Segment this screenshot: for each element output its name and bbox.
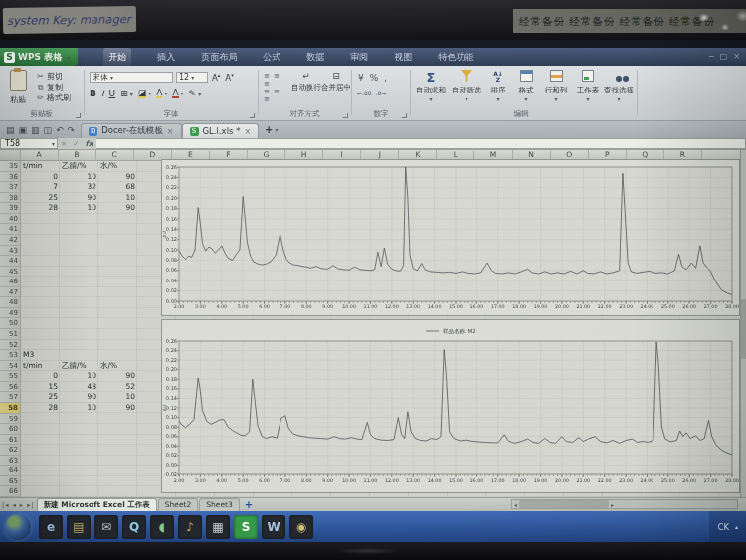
- minimize-button[interactable]: ─: [709, 48, 714, 66]
- highlight-color-button[interactable]: A▾: [156, 88, 167, 98]
- cell-A66[interactable]: [21, 486, 60, 497]
- cell-B54[interactable]: 乙腈/%: [60, 361, 98, 372]
- print-icon[interactable]: ▥: [31, 125, 40, 135]
- column-header-A[interactable]: A: [21, 150, 59, 160]
- row-header-48[interactable]: 48: [0, 297, 21, 308]
- cell-C64[interactable]: [98, 466, 137, 476]
- wrap-text-button[interactable]: ↵自动换行: [289, 71, 323, 93]
- cell-B52[interactable]: [60, 340, 98, 351]
- vertical-scrollbar-thumb[interactable]: [741, 299, 746, 359]
- media-player-icon[interactable]: ♪: [178, 515, 202, 539]
- cell-B50[interactable]: [60, 318, 98, 329]
- cell-A61[interactable]: [21, 435, 60, 446]
- cell-A57[interactable]: 25: [21, 392, 60, 403]
- cell-A50[interactable]: [21, 318, 60, 329]
- tray-chevron-icon[interactable]: ▴: [735, 523, 738, 530]
- cell-B45[interactable]: [60, 267, 98, 278]
- cell-C41[interactable]: [98, 224, 137, 235]
- font-size-select[interactable]: 12▾: [176, 72, 208, 83]
- row-header-63[interactable]: 63: [0, 456, 21, 467]
- increase-decimal-button[interactable]: .0→: [376, 90, 387, 96]
- alignment-dialog-launcher[interactable]: [343, 113, 348, 118]
- tab-list-chevron-icon[interactable]: ▾: [276, 126, 279, 133]
- system-tray[interactable]: CK ▴: [709, 511, 746, 542]
- row-header-42[interactable]: 42: [0, 235, 21, 246]
- cancel-entry-icon[interactable]: ×: [58, 138, 70, 149]
- row-header-45[interactable]: 45: [0, 267, 21, 278]
- row-header-50[interactable]: 50: [0, 318, 21, 329]
- cell-C47[interactable]: [98, 287, 137, 298]
- paste-button[interactable]: 粘贴: [4, 70, 32, 109]
- cell-A39[interactable]: 28: [21, 203, 60, 214]
- cell-C37[interactable]: 68: [98, 182, 137, 193]
- cell-C65[interactable]: [98, 476, 137, 487]
- cell-B41[interactable]: [60, 224, 98, 235]
- image-viewer-icon[interactable]: ◉: [289, 515, 313, 539]
- format-button[interactable]: 格式▾: [513, 70, 539, 102]
- rows-columns-button[interactable]: 行和列▾: [541, 70, 571, 102]
- text-tools-button[interactable]: ✎▾: [189, 89, 202, 98]
- cell-B47[interactable]: [60, 287, 98, 298]
- cell-C66[interactable]: [98, 486, 137, 497]
- row-header-35[interactable]: 35: [0, 161, 21, 172]
- cell-A44[interactable]: [21, 256, 60, 267]
- cell-A47[interactable]: [21, 287, 60, 298]
- cell-A37[interactable]: 7: [21, 182, 60, 193]
- qq-icon[interactable]: Q: [122, 515, 146, 539]
- cell-C44[interactable]: [98, 256, 137, 267]
- cell-C38[interactable]: 10: [98, 193, 137, 204]
- cell-C49[interactable]: [98, 308, 137, 319]
- row-header-47[interactable]: 47: [0, 287, 21, 298]
- cell-C43[interactable]: [98, 246, 137, 257]
- bold-button[interactable]: B: [90, 89, 96, 98]
- sheet-tab-1[interactable]: 新建 Microsoft Excel 工作表: [37, 498, 157, 511]
- cell-A35[interactable]: t/min: [21, 161, 60, 172]
- row-header-62[interactable]: 62: [0, 445, 21, 456]
- cell-A38[interactable]: 25: [21, 193, 60, 204]
- cell-A59[interactable]: [21, 414, 60, 425]
- shrink-font-button[interactable]: A▾: [225, 72, 233, 83]
- cell-B60[interactable]: [60, 424, 98, 435]
- open-icon[interactable]: ▤: [6, 125, 15, 135]
- add-sheet-button[interactable]: +: [241, 499, 257, 510]
- scroll-right-icon[interactable]: ▸: [609, 501, 616, 508]
- column-header-B[interactable]: B: [59, 150, 96, 160]
- mail-icon[interactable]: ✉: [94, 515, 118, 539]
- cell-B49[interactable]: [60, 308, 98, 319]
- document-tab-2[interactable]: SGL.l.xls *×: [182, 123, 260, 139]
- row-header-44[interactable]: 44: [0, 256, 21, 267]
- fill-color-button[interactable]: ◪▾: [138, 88, 152, 98]
- sheet-tab-2[interactable]: Sheet2: [158, 498, 198, 511]
- cell-B55[interactable]: 10: [60, 371, 98, 382]
- cell-C46[interactable]: [98, 277, 137, 287]
- menu-tab-1[interactable]: 开始: [103, 48, 131, 66]
- cell-B63[interactable]: [60, 456, 98, 467]
- save-icon[interactable]: ▣: [19, 125, 28, 135]
- column-header-C[interactable]: C: [96, 150, 134, 160]
- row-header-52[interactable]: 52: [0, 340, 21, 351]
- cell-B36[interactable]: 10: [60, 172, 98, 183]
- cell-C61[interactable]: [98, 435, 137, 446]
- close-tab-icon[interactable]: ×: [167, 127, 174, 136]
- cell-B58[interactable]: 10: [60, 403, 98, 414]
- borders-button[interactable]: ⊞▾: [120, 89, 133, 98]
- menu-tab-7[interactable]: 视图: [394, 48, 412, 66]
- align-top-middle-bottom-icons[interactable]: ≡ ≡ ≡≡ ≡ ≡: [264, 72, 289, 103]
- italic-button[interactable]: I: [101, 89, 104, 98]
- row-header-41[interactable]: 41: [0, 224, 21, 235]
- row-header-39[interactable]: 39: [0, 203, 21, 214]
- chromatogram-chart-bottom[interactable]: 2.003.004.005.006.007.008.009.0010.0011.…: [161, 319, 740, 493]
- close-button[interactable]: ×: [733, 48, 740, 66]
- cell-C45[interactable]: [98, 267, 137, 278]
- cell-B42[interactable]: [60, 235, 98, 246]
- font-dialog-launcher[interactable]: [250, 113, 255, 118]
- cell-B53[interactable]: [60, 350, 98, 361]
- cell-A49[interactable]: [21, 308, 60, 319]
- cell-B61[interactable]: [60, 435, 98, 446]
- cell-B43[interactable]: [60, 246, 98, 257]
- cell-A56[interactable]: 15: [21, 382, 60, 393]
- menu-tab-8[interactable]: 特色功能: [438, 48, 473, 66]
- cell-C59[interactable]: [98, 414, 137, 425]
- cell-A54[interactable]: t/min: [21, 361, 60, 372]
- find-select-button[interactable]: 查找选择▾: [603, 70, 635, 102]
